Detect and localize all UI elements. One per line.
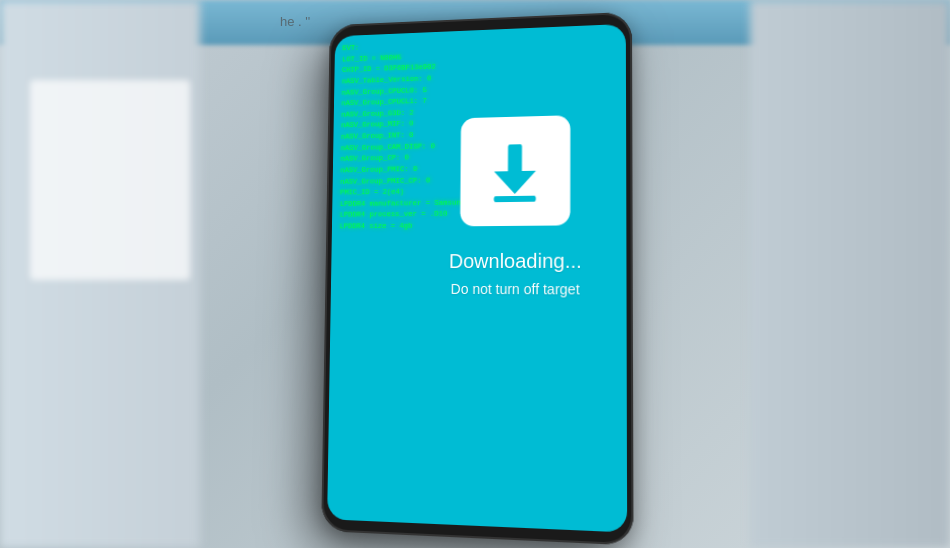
svg-rect-2 [494, 196, 536, 203]
background-white-rect [30, 80, 190, 280]
download-icon-box [460, 115, 570, 226]
background-right [750, 0, 950, 548]
scene: he . '' EVT: LOT_ID = N00H5 CHIP_ID = D3… [0, 0, 950, 548]
phone: EVT: LOT_ID = N00H5 CHIP_ID = D3F6BF13e9… [321, 12, 633, 546]
downloading-label: Downloading... [449, 250, 582, 273]
download-icon [480, 136, 550, 207]
phone-screen: EVT: LOT_ID = N00H5 CHIP_ID = D3F6BF13e9… [327, 24, 627, 533]
do-not-turn-off-label: Do not turn off target [451, 281, 580, 297]
download-area: Downloading... Do not turn off target [449, 115, 582, 298]
phone-wrapper: EVT: LOT_ID = N00H5 CHIP_ID = D3F6BF13e9… [321, 12, 633, 546]
browser-url-bar: he . '' [280, 14, 310, 29]
svg-marker-1 [494, 171, 536, 195]
terminal-output: EVT: LOT_ID = N00H5 CHIP_ID = D3F6BF13e9… [339, 38, 466, 232]
terminal-line: LPDDR4 process_ver = .D10 [340, 209, 466, 222]
terminal-line: LPDDR4 size = 4gb [339, 220, 465, 232]
svg-rect-0 [508, 144, 522, 174]
